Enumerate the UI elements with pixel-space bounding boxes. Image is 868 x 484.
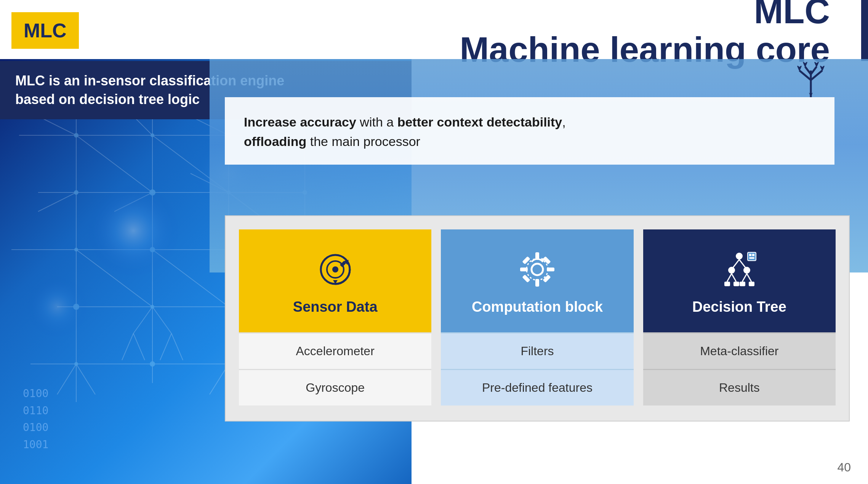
sensor-data-icon: [314, 248, 356, 290]
svg-rect-84: [749, 282, 754, 286]
svg-line-33: [76, 364, 95, 394]
decision-tree-item-0: Meta-classifier: [643, 332, 836, 369]
svg-point-36: [74, 133, 78, 138]
svg-rect-82: [733, 282, 739, 286]
svg-line-79: [742, 274, 747, 282]
content-box: Sensor Data Accelerometer Gyroscope: [225, 215, 850, 421]
decision-tree-header: Decision Tree: [643, 229, 836, 332]
connectivity-icon: [792, 59, 838, 109]
svg-rect-67: [543, 256, 551, 264]
svg-point-50: [74, 362, 78, 366]
computation-block-icon: [516, 248, 558, 290]
svg-line-29: [133, 333, 145, 360]
svg-point-44: [74, 248, 78, 252]
svg-rect-88: [749, 257, 754, 259]
info-bold-1: Increase accuracy: [244, 115, 356, 129]
svg-rect-81: [724, 282, 730, 286]
svg-rect-85: [748, 252, 756, 261]
svg-point-75: [728, 267, 735, 274]
computation-block-header: Computation block: [441, 229, 633, 332]
decision-tree-title: Decision Tree: [692, 299, 786, 315]
svg-rect-83: [740, 282, 745, 286]
sensor-data-header: Sensor Data: [239, 229, 431, 332]
sensor-data-title: Sensor Data: [293, 299, 378, 315]
svg-point-59: [332, 266, 338, 272]
svg-line-78: [732, 274, 736, 282]
svg-point-61: [532, 264, 543, 275]
svg-line-28: [122, 333, 133, 360]
svg-point-76: [743, 267, 750, 274]
decision-tree-column: Decision Tree Meta-classifier Results: [643, 229, 836, 405]
svg-point-51: [150, 361, 155, 367]
svg-line-32: [57, 364, 76, 394]
svg-rect-87: [752, 254, 754, 256]
svg-line-26: [133, 307, 152, 333]
info-regular-3: the main processor: [306, 134, 420, 149]
info-box: Increase accuracy with a better context …: [225, 97, 834, 165]
header-title: MLC Machine learning core: [79, 0, 830, 69]
computation-block-items: Filters Pre-defined features: [441, 332, 633, 405]
sensor-data-items: Accelerometer Gyroscope: [239, 332, 431, 405]
computation-block-item-1: Pre-defined features: [441, 369, 633, 405]
svg-point-55: [27, 276, 88, 337]
right-border-decoration: [861, 0, 868, 61]
header: MLC MLC Machine learning core: [0, 0, 868, 61]
info-bold-2: better context detectability: [397, 115, 562, 129]
svg-point-37: [151, 133, 154, 137]
computation-block-title: Computation block: [472, 299, 603, 315]
svg-line-14: [76, 135, 152, 192]
info-bold-3: offloading: [244, 134, 306, 149]
sensor-data-item-0: Accelerometer: [239, 332, 431, 369]
columns-grid: Sensor Data Accelerometer Gyroscope: [239, 229, 836, 405]
decision-tree-item-1: Results: [643, 369, 836, 405]
page-number: 40: [837, 460, 851, 474]
computation-block-column: Computation block Filters Pre-defined fe…: [441, 229, 633, 405]
svg-rect-66: [522, 256, 530, 264]
info-regular-1: with a: [356, 115, 397, 129]
svg-rect-68: [522, 274, 530, 282]
decision-tree-icon: [718, 248, 760, 290]
binary-text: 0100 0110 0100 1001: [23, 385, 48, 454]
svg-line-80: [747, 274, 751, 282]
svg-point-40: [74, 190, 78, 195]
decision-tree-items: Meta-classifier Results: [643, 332, 836, 405]
svg-point-48: [151, 305, 154, 309]
svg-line-23: [38, 192, 76, 212]
svg-rect-69: [543, 274, 551, 282]
svg-line-27: [152, 307, 171, 333]
svg-point-54: [88, 185, 179, 276]
svg-point-72: [736, 253, 743, 260]
info-regular-2: ,: [562, 115, 565, 129]
info-text: Increase accuracy with a better context …: [244, 112, 815, 151]
svg-rect-86: [749, 254, 751, 256]
svg-line-30: [160, 333, 171, 360]
svg-line-31: [171, 333, 183, 360]
sensor-data-column: Sensor Data Accelerometer Gyroscope: [239, 229, 431, 405]
sensor-data-item-1: Gyroscope: [239, 369, 431, 405]
header-title-area: MLC Machine learning core: [79, 0, 853, 69]
computation-block-item-0: Filters: [441, 332, 633, 369]
mlc-logo: MLC: [11, 12, 79, 49]
svg-line-77: [727, 274, 732, 282]
svg-point-70: [527, 259, 548, 280]
